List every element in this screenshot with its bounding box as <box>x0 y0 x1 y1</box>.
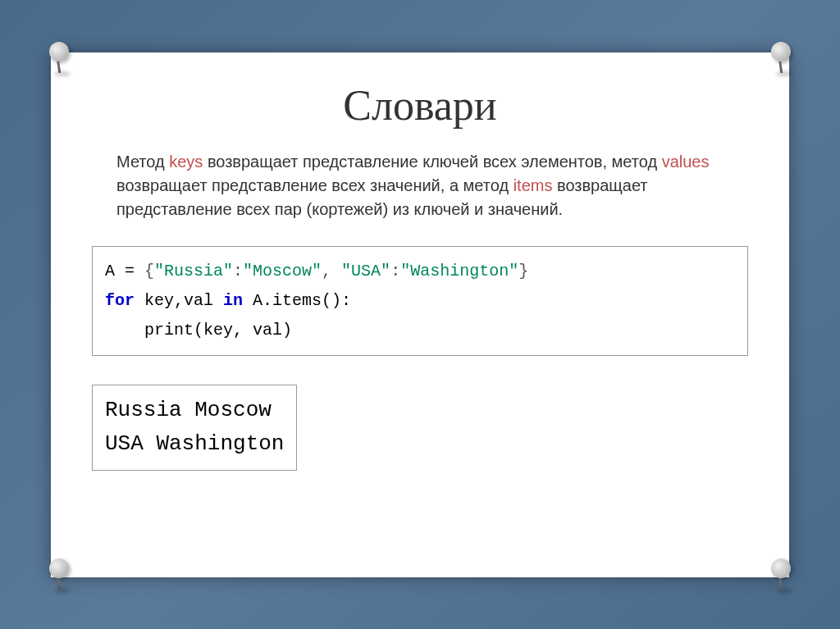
code-args: (key, val) <box>194 321 292 340</box>
code-indent <box>105 321 144 340</box>
code-colon: : <box>233 262 243 280</box>
code-builtin: print <box>144 321 194 340</box>
code-brace: { <box>144 262 154 280</box>
description-paragraph: Метод keys возвращает представление ключ… <box>51 150 789 221</box>
slide-title: Словари <box>51 81 789 130</box>
output-line: USA Washington <box>105 431 284 456</box>
code-keyword: for <box>105 291 135 310</box>
code-string: "Moscow" <box>243 262 322 280</box>
pushpin-icon <box>765 40 797 73</box>
code-comma: , <box>322 262 341 280</box>
code-string: "Russia" <box>154 262 233 280</box>
code-brace: } <box>518 262 528 280</box>
output-block: Russia Moscow USA Washington <box>92 385 297 471</box>
code-keyword: in <box>223 291 243 310</box>
code-vars: key,val <box>135 291 223 310</box>
pushpin-icon <box>765 557 797 590</box>
text: возвращает представление всех значений, … <box>116 176 514 194</box>
slide: Словари Метод keys возвращает представле… <box>51 52 789 577</box>
code-block: A = {"Russia":"Moscow", "USA":"Washingto… <box>92 246 748 356</box>
code-call: A.items(): <box>243 291 351 310</box>
code-string: "Washington" <box>400 262 518 280</box>
code-string: "USA" <box>341 262 390 280</box>
code-colon: : <box>390 262 400 280</box>
highlight-keys: keys <box>169 153 203 171</box>
pushpin-icon <box>43 557 75 590</box>
code-var: A <box>105 262 115 280</box>
text: возвращает представление ключей всех эле… <box>203 153 661 171</box>
text: Метод <box>116 153 169 171</box>
highlight-values: values <box>662 153 710 171</box>
output-line: Russia Moscow <box>105 398 272 422</box>
pushpin-icon <box>43 40 75 73</box>
highlight-items: items <box>514 176 553 194</box>
code-op: = <box>115 262 144 280</box>
